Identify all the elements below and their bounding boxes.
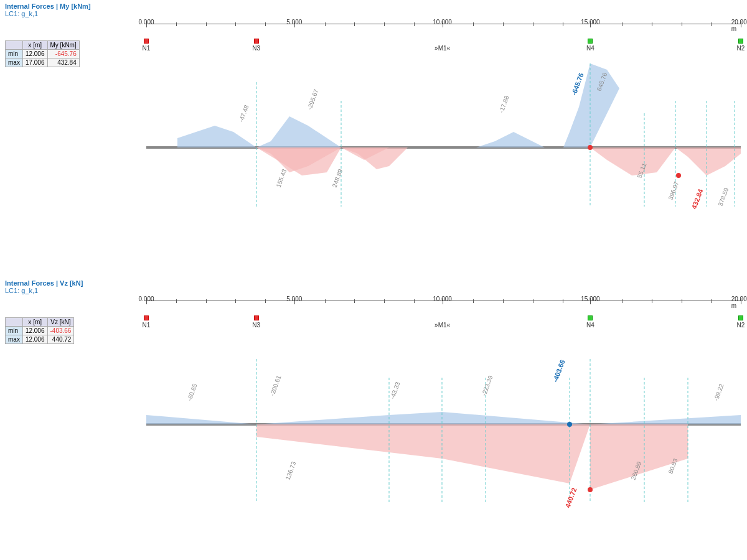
panel-vz: Internal Forces | Vz [kN] LC1: g_k,1 0.0… [0,277,747,560]
node-n1-dot [144,39,149,44]
table2-max-x: 12.006 [22,335,47,344]
panel2-lc: LC1: g_k,1 [5,287,38,294]
panel1-title: Internal Forces | My [kNm] [5,2,91,10]
table2-col2: Vz [kN] [47,318,74,327]
pink-span2 [590,424,688,490]
blue-region-1 [146,126,256,147]
panel2-ruler: 0.000 5.000 10.000 15.000 20.006 m [146,296,741,314]
node2-n1-dot [144,315,149,320]
ruler-label-10: 10.000 [433,19,452,26]
blue-span2 [389,412,442,424]
ruler-label-0: 0.000 [138,19,154,26]
table2-col1: x [m] [22,318,47,327]
blue-span3 [442,412,590,424]
pink-region-2a [590,147,675,175]
panel2-svg: -60.65 -200.61 136.73 -43.33 -223.39 -40… [146,328,741,546]
table1-col0 [6,41,23,50]
val-378: 378.59 [717,187,730,207]
node-n2-label: N2 [737,45,745,52]
node-n4-dot [588,39,593,44]
panel1-header: Internal Forces | My [kNm] LC1: g_k,1 [0,0,747,17]
blue-region-2 [256,116,341,147]
node-n3-label: N3 [252,45,260,52]
table1-max-x: 17.006 [22,58,47,67]
node2-n3-label: N3 [252,322,260,329]
node2-m1-label: »M1« [435,322,450,329]
val2-60: -60.65 [186,383,199,402]
table1-min-x: 12.006 [22,50,47,58]
extreme-dot-vz-red [588,487,593,492]
node2-n1-label: N1 [143,322,151,329]
blue-span1 [256,415,389,424]
panel1-ruler: 0.000 5.000 10.000 15.000 20.006 m [146,19,741,37]
panel1-data-table: x [m] My [kNm] min 12.006 -645.76 max 17… [5,40,80,67]
node-m1-label: »M1« [435,45,450,52]
val-295: -295.67 [306,88,320,111]
val-155: 155.43 [275,168,288,189]
table1-col1: x [m] [22,41,47,50]
table1-min-y: -645.76 [47,50,79,58]
table2-min-y: -403.66 [47,327,74,335]
table2-min-x: 12.006 [22,327,47,335]
ruler-label-15: 15.000 [581,19,600,26]
node2-n2-dot [738,315,743,320]
pink-span1 [256,424,590,483]
table1-max-y: 432.84 [47,58,79,67]
blue-region-3 [476,132,545,147]
panel2-title: Internal Forces | Vz [kN] [5,279,83,287]
val2-403-blue: -403.66 [552,359,566,383]
val2-43: -43.33 [389,381,402,400]
ruler2-label-20: 20.006 m [731,296,747,309]
node-n3-dot [254,39,259,44]
ruler2-label-0: 0.000 [138,296,154,302]
ruler-label-5: 5.000 [286,19,302,26]
node-n2-dot [738,39,743,44]
ruler2-label-15: 15.000 [581,296,600,302]
val2-136: 136.73 [284,460,298,481]
node-n1-label: N1 [143,45,151,52]
table2-max-y: 440.72 [47,335,74,344]
blue-span0 [146,415,256,424]
ruler2-label-10: 10.000 [433,296,452,302]
panel1-node-row: N1 N3 »M1« N4 N2 [146,37,741,51]
panel1-lc: LC1: g_k,1 [5,10,38,17]
table1-min-label: min [6,50,23,58]
val2-440-red: 440.72 [564,487,578,509]
node2-n2-label: N2 [737,322,745,329]
pink-region-2b [675,147,741,175]
val-396: 396.97 [667,180,680,201]
val-17: -17.88 [498,95,510,114]
node2-n4-label: N4 [586,322,594,329]
val-47: -47.48 [238,104,250,123]
node-n4-label: N4 [586,45,594,52]
panel-my: Internal Forces | My [kNm] LC1: g_k,1 0.… [0,0,747,274]
val-248: 248.89 [331,168,344,189]
panel1-svg: -47.48 -295.67 155.43 248.89 -17.88 -645… [146,51,741,244]
table2-min-label: min [6,327,23,335]
panel2-data-table: x [m] Vz [kN] min 12.006 -403.66 max 12.… [5,317,74,344]
panel2-node-row: N1 N3 »M1« N4 N2 [146,314,741,328]
table1-col2: My [kNm] [47,41,79,50]
extreme-dot-2 [676,173,681,178]
val2-223: -223.39 [481,375,494,397]
val2-200: -200.61 [269,375,283,397]
table2-max-label: max [6,335,23,344]
node2-n4-dot [588,315,593,320]
val2-99: -99.22 [713,383,725,402]
ruler2-label-5: 5.000 [286,296,302,302]
ruler-label-20: 20.006 m [731,19,747,32]
extreme-dot-vz-blue [567,422,572,427]
panel2-header: Internal Forces | Vz [kN] LC1: g_k,1 [0,277,747,294]
blue-span4 [590,415,741,424]
pink-region-1b [341,147,408,169]
extreme-dot-1 [588,145,593,150]
val-432: 432.84 [690,187,705,210]
table2-col0 [6,318,23,327]
table1-max-label: max [6,58,23,67]
node2-n3-dot [254,315,259,320]
